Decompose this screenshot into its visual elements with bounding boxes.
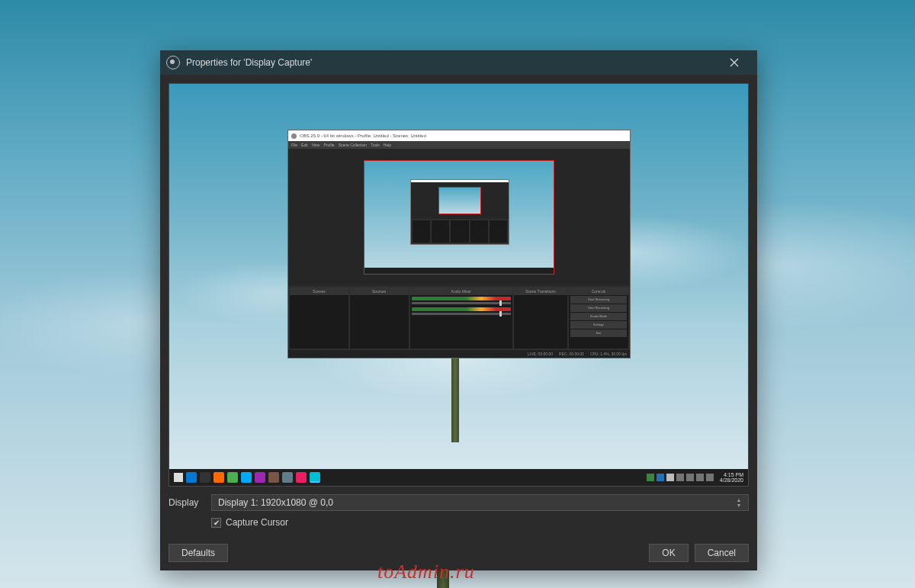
- close-icon: [730, 58, 739, 67]
- properties-dialog: Properties for 'Display Capture' OBS 25.…: [160, 50, 757, 570]
- close-button[interactable]: [718, 50, 751, 75]
- defaults-button[interactable]: Defaults: [169, 544, 228, 562]
- dialog-titlebar[interactable]: Properties for 'Display Capture': [160, 50, 757, 75]
- source-preview: OBS 25.0 - 64 bit windows - Profile: Unt…: [169, 83, 749, 487]
- taskbar-item: [282, 472, 293, 483]
- display-dropdown[interactable]: Display 1: 1920x1080 @ 0,0 ▲▼: [211, 494, 749, 511]
- dialog-title: Properties for 'Display Capture': [186, 57, 312, 68]
- system-tray: [647, 474, 714, 481]
- capture-cursor-row: ✔ Capture Cursor: [211, 517, 749, 528]
- cancel-button[interactable]: Cancel: [695, 544, 749, 562]
- taskbar-item: [200, 472, 210, 483]
- dialog-body: OBS 25.0 - 64 bit windows - Profile: Unt…: [160, 75, 757, 536]
- taskbar-item: [255, 472, 265, 483]
- preview-taskbar: 4:15 PM4/28/2020: [169, 469, 748, 486]
- start-icon: [174, 473, 183, 482]
- taskbar-item: [296, 472, 307, 483]
- preview-obs-window: OBS 25.0 - 64 bit windows - Profile: Unt…: [287, 130, 631, 358]
- taskbar-item: [186, 472, 197, 483]
- capture-cursor-label[interactable]: Capture Cursor: [226, 517, 288, 528]
- display-dropdown-value: Display 1: 1920x1080 @ 0,0: [218, 497, 333, 508]
- taskbar-item: [214, 472, 224, 483]
- display-label: Display: [169, 497, 204, 508]
- display-row: Display Display 1: 1920x1080 @ 0,0 ▲▼: [169, 494, 749, 511]
- taskbar-clock: 4:15 PM4/28/2020: [720, 472, 743, 483]
- taskbar-item-active: [310, 472, 320, 483]
- ok-button[interactable]: OK: [649, 544, 688, 562]
- taskbar-item: [227, 472, 238, 483]
- dropdown-spinner-icon: ▲▼: [733, 495, 745, 510]
- taskbar-item: [268, 472, 279, 483]
- obs-icon: [166, 56, 180, 69]
- watermark-text: toAdmin.ru: [377, 561, 475, 583]
- taskbar-item: [241, 472, 252, 483]
- settings-panel: Display Display 1: 1920x1080 @ 0,0 ▲▼ ✔ …: [169, 487, 749, 528]
- capture-cursor-checkbox[interactable]: ✔: [211, 518, 221, 528]
